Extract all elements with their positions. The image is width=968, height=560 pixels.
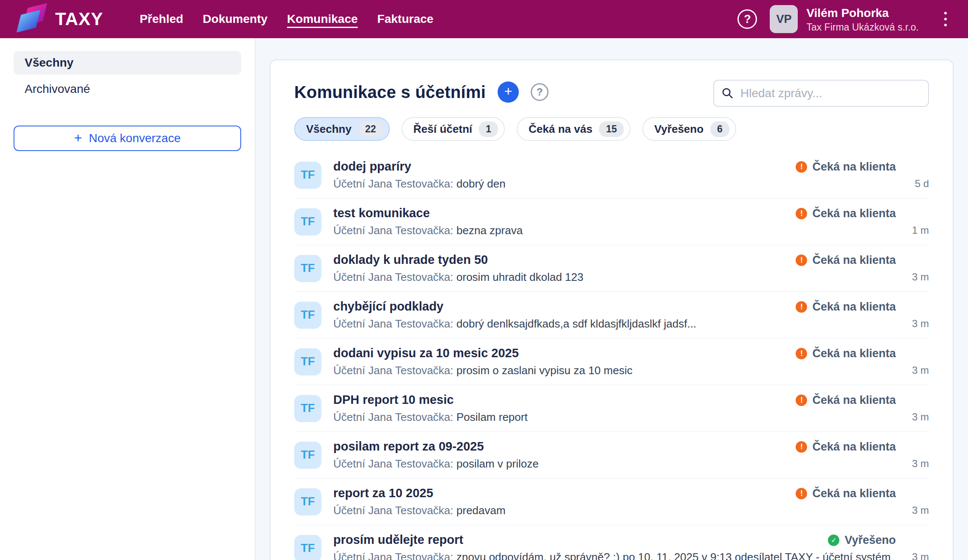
conversation-sender: Účetní Jana Testovačka: [333, 317, 453, 330]
conversation-title: test komunikace [333, 206, 523, 220]
conversation-timestamp: 3 m [912, 458, 929, 470]
sidebar-item-0[interactable]: Všechny [14, 51, 241, 75]
nav-item-3[interactable]: Fakturace [377, 12, 433, 26]
status-label: Vyřešeno [844, 534, 896, 547]
filter-count-badge: 22 [358, 121, 383, 137]
conversation-preview: dobrý den [456, 177, 506, 190]
conversation-timestamp: 3 m [912, 318, 929, 330]
conversation-sender: Účetní Jana Testovačka: [333, 364, 453, 377]
conversation-title: DPH report 10 mesic [333, 393, 528, 407]
conversation-title: posilam report za 09-2025 [333, 440, 539, 454]
page-title: Komunikace s účetními [294, 83, 486, 102]
filter-count-badge: 6 [710, 121, 729, 137]
search-icon [721, 87, 734, 99]
conversation-subtitle: Účetní Jana Testovačka: predavam [333, 504, 506, 517]
filter-label: Řeší účetní [414, 123, 473, 136]
search-box [713, 80, 929, 107]
conversation-avatar: TF [294, 162, 321, 189]
conversation-row[interactable]: TF posilam report za 09-2025 Účetní Jana… [294, 432, 929, 479]
conversation-row[interactable]: TF test komunikace Účetní Jana Testovačk… [294, 199, 929, 245]
sidebar: VšechnyArchivované + Nová konverzace [0, 38, 256, 560]
conversation-row[interactable]: TF doklady k uhrade tyden 50 Účetní Jana… [294, 245, 929, 292]
status-badge: Čeká na klienta [796, 347, 896, 360]
conversation-avatar: TF [294, 535, 321, 560]
conversation-avatar: TF [294, 488, 321, 515]
filter-count-badge: 1 [479, 121, 498, 137]
status-waiting-icon [796, 441, 807, 453]
filter-label: Čeká na vás [529, 123, 592, 136]
conversation-preview: znovu odpovídám, už správně? :) po 10. 1… [456, 551, 891, 560]
nav-item-2[interactable]: Komunikace [287, 12, 358, 26]
conversation-avatar: TF [294, 442, 321, 469]
status-badge: Čeká na klienta [796, 394, 896, 407]
filter-chip[interactable]: Řeší účetní 1 [402, 117, 505, 141]
status-badge: Čeká na klienta [796, 300, 896, 314]
conversation-title: report za 10 2025 [333, 486, 506, 500]
new-conversation-label: Nová konverzace [89, 132, 180, 145]
filter-chip[interactable]: Všechny 22 [294, 117, 390, 141]
conversation-row[interactable]: TF dodani vypisu za 10 mesic 2025 Účetní… [294, 339, 929, 385]
status-label: Čeká na klienta [812, 254, 896, 267]
conversation-timestamp: 1 m [912, 224, 929, 236]
conversation-row[interactable]: TF prosím udělejte report Účetní Jana Te… [294, 525, 929, 560]
conversation-title: chybějící podklady [333, 300, 696, 314]
conversation-avatar: TF [294, 302, 321, 329]
conversation-timestamp: 3 m [912, 551, 929, 560]
conversation-subtitle: Účetní Jana Testovačka: Posilam report [333, 411, 528, 424]
conversation-preview: bezna zprava [456, 224, 523, 237]
conversation-avatar: TF [294, 255, 321, 282]
status-waiting-icon [796, 301, 807, 313]
kebab-menu-icon[interactable] [941, 8, 950, 30]
conversation-sender: Účetní Jana Testovačka: [333, 411, 453, 423]
conversation-title: prosím udělejte report [333, 533, 828, 547]
status-badge: Čeká na klienta [796, 207, 896, 220]
status-waiting-icon [796, 395, 807, 406]
conversation-row[interactable]: TF DPH report 10 mesic Účetní Jana Testo… [294, 385, 929, 432]
sidebar-item-1[interactable]: Archivované [14, 77, 241, 101]
status-badge: Čeká na klienta [796, 160, 896, 174]
nav-item-0[interactable]: Přehled [140, 12, 183, 26]
conversation-sender: Účetní Jana Testovačka: [333, 177, 453, 190]
status-badge: Čeká na klienta [796, 254, 896, 267]
conversation-timestamp: 3 m [912, 364, 929, 376]
brand-name: TAXY [55, 9, 103, 29]
conversation-preview: Posilam report [456, 411, 528, 423]
avatar: VP [770, 5, 798, 33]
nav-item-1[interactable]: Dokumenty [203, 12, 267, 26]
conversation-avatar: TF [294, 348, 321, 375]
conversation-sender: Účetní Jana Testovačka: [333, 504, 453, 517]
communication-card: Komunikace s účetními + ? Všechny 22 Řeš… [270, 59, 954, 560]
conversation-list: TF dodej pparíry Účetní Jana Testovačka:… [294, 152, 929, 560]
plus-icon: + [74, 131, 82, 145]
status-label: Čeká na klienta [812, 347, 896, 360]
conversation-sender: Účetní Jana Testovačka: [333, 551, 453, 560]
conversation-sender: Účetní Jana Testovačka: [333, 457, 453, 470]
conversation-row[interactable]: TF dodej pparíry Účetní Jana Testovačka:… [294, 152, 929, 199]
conversation-row[interactable]: TF report za 10 2025 Účetní Jana Testova… [294, 479, 929, 525]
new-conversation-button[interactable]: + Nová konverzace [14, 126, 241, 151]
status-badge: Čeká na klienta [796, 440, 896, 454]
conversation-title: doklady k uhrade tyden 50 [333, 253, 583, 267]
user-name: Vilém Pohorka [806, 6, 919, 20]
filter-label: Vyřešeno [654, 123, 703, 136]
conversation-row[interactable]: TF chybějící podklady Účetní Jana Testov… [294, 292, 929, 339]
filter-chip[interactable]: Vyřešeno 6 [642, 117, 736, 141]
help-icon[interactable]: ? [737, 9, 757, 29]
conversation-subtitle: Účetní Jana Testovačka: bezna zprava [333, 224, 523, 237]
conversation-avatar: TF [294, 395, 321, 422]
conversation-avatar: TF [294, 208, 321, 235]
conversation-sender: Účetní Jana Testovačka: [333, 271, 453, 283]
add-conversation-button[interactable]: + [498, 81, 519, 103]
status-label: Čeká na klienta [812, 487, 896, 500]
status-waiting-icon [796, 255, 807, 266]
brand-logo[interactable]: TAXY [18, 4, 103, 34]
conversation-preview: predavam [456, 504, 506, 517]
user-menu[interactable]: VP Vilém Pohorka Tax Firma Ukázková s.r.… [770, 5, 919, 33]
status-label: Čeká na klienta [812, 394, 896, 407]
conversation-timestamp: 3 m [912, 411, 929, 423]
search-input[interactable] [713, 80, 929, 107]
filter-count-badge: 15 [599, 121, 624, 137]
status-waiting-icon [796, 348, 807, 359]
filter-chip[interactable]: Čeká na vás 15 [517, 117, 630, 141]
help-icon-secondary[interactable]: ? [531, 83, 549, 101]
